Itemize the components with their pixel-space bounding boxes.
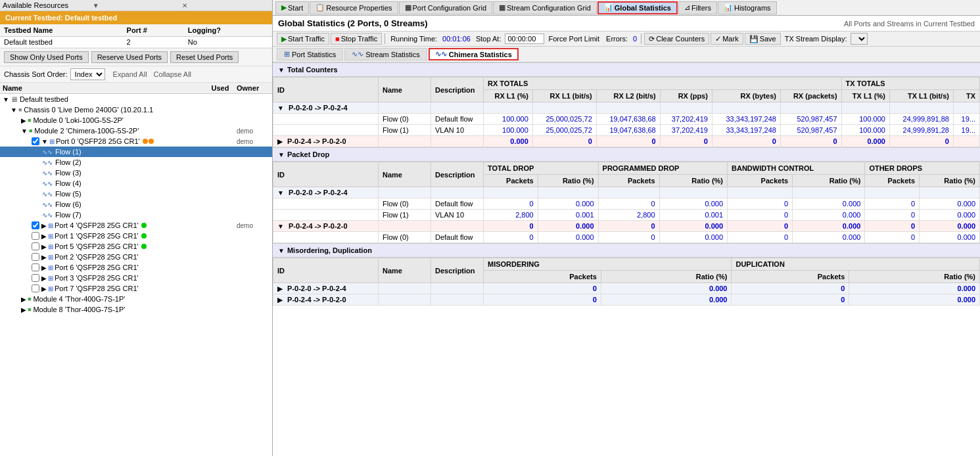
table-row[interactable]: Flow (0) Default flow 100.000 25,000,025… (273, 114, 980, 125)
tx-stream-display-select[interactable] (851, 33, 868, 45)
port3-checkbox[interactable] (32, 274, 39, 282)
nav-global-stats-button[interactable]: 📊 Global Statistics (597, 1, 678, 14)
table-row[interactable]: ▼ P-0-2-0 -> P-0-2-4 (273, 187, 980, 198)
chassis-sort-select[interactable]: Index (70, 68, 105, 80)
tree-module0[interactable]: ▶ ■ Module 0 'Loki-100G-5S-2P' (0, 115, 272, 125)
show-used-ports-button[interactable]: Show Only Used Ports (4, 51, 89, 63)
port3-arrow[interactable]: ▶ (41, 275, 47, 282)
tree-flow5[interactable]: ∿∿ Flow (5) (0, 189, 272, 199)
port0-arrow[interactable]: ▼ (41, 138, 48, 145)
nav-histograms-button[interactable]: 📊 Histograms (718, 1, 777, 14)
module8-arrow[interactable]: ▶ (21, 306, 26, 313)
port7-arrow[interactable]: ▶ (41, 285, 47, 292)
nav-port-config-grid-button[interactable]: ▦ Port Configuration Grid (399, 1, 493, 14)
tree-module2[interactable]: ▼ ■ Module 2 'Chimera-100G-5S-2P' demo (0, 125, 272, 136)
port5-checkbox[interactable] (32, 242, 39, 250)
tc-tx-totals-header: TX TOTALS (841, 78, 979, 90)
packet-drop-section-header[interactable]: ▼ Packet Drop (273, 147, 980, 162)
tree-port0[interactable]: ▼ ⊞ Port 0 'QSFP28 25G CR1' demo (0, 136, 272, 147)
port7-checkbox[interactable] (32, 285, 39, 292)
port2-arrow[interactable]: ▶ (41, 254, 47, 261)
nav-start-button[interactable]: ▶ Start (275, 1, 309, 14)
packet-drop-arrow[interactable]: ▼ (278, 151, 285, 158)
tree-port5[interactable]: ▶ ⊞ Port 5 'QSFP28 25G CR1' (0, 241, 272, 252)
tc-s2-rx-pps: 37,202,419 (660, 125, 712, 136)
group2-expand-icon[interactable]: ▶ (277, 138, 283, 145)
port0-checkbox[interactable] (32, 137, 39, 145)
misordering-arrow[interactable]: ▼ (278, 247, 285, 254)
port-config-icon: ▦ (405, 3, 411, 12)
tree-flow2[interactable]: ∿∿ Flow (2) (0, 157, 272, 168)
pd-g2-expand[interactable]: ▼ (277, 223, 284, 230)
nav-resource-properties-button[interactable]: 📋 Resource Properties (310, 1, 398, 14)
mo-g1-d-pkts: 0 (732, 283, 849, 294)
mo-g1-desc (431, 283, 484, 294)
module4-arrow[interactable]: ▶ (21, 296, 26, 303)
total-counters-section-header[interactable]: ▼ Total Counters (273, 62, 980, 77)
port1-arrow[interactable]: ▶ (41, 233, 47, 240)
tab-chimera-statistics[interactable]: ∿∿ Chimera Statistics (429, 48, 519, 60)
table-row[interactable]: ▶ P-0-2-0 -> P-0-2-4 0 0.000 0 0.000 (273, 283, 980, 294)
tree-flow4[interactable]: ∿∿ Flow (4) (0, 178, 272, 189)
testbed-arrow[interactable]: ▼ (3, 96, 9, 103)
port1-checkbox[interactable] (32, 232, 39, 240)
module2-arrow[interactable]: ▼ (21, 127, 28, 135)
tab-port-statistics[interactable]: ⊞ Port Statistics (277, 48, 343, 60)
reset-used-ports-button[interactable]: Reset Used Ports (170, 51, 239, 63)
tree-flow3[interactable]: ∿∿ Flow (3) (0, 168, 272, 178)
expand-all-btn[interactable]: Expand All (113, 70, 147, 78)
tree-port7[interactable]: ▶ ⊞ Port 7 'QSFP28 25G CR1' (0, 283, 272, 294)
port2-checkbox[interactable] (32, 253, 39, 261)
stop-at-input[interactable] (505, 34, 544, 44)
table-row[interactable]: ▼ P-0-2-4 -> P-0-2-0 0 0.000 0 0.000 0 0… (273, 221, 980, 232)
mo-g2-expand[interactable]: ▶ (277, 296, 283, 304)
table-row[interactable]: Flow (1) VLAN 10 2,800 0.001 2,800 0.001… (273, 210, 980, 221)
tree-flow6[interactable]: ∿∿ Flow (6) (0, 199, 272, 210)
save-button[interactable]: 💾 Save (745, 33, 781, 45)
pd-g1-expand[interactable]: ▼ (277, 189, 284, 196)
port1-label: Port 1 'QSFP28 25G CR1' (55, 232, 139, 240)
tree-port4[interactable]: ▶ ⊞ Port 4 'QSFP28 25G CR1' demo (0, 220, 272, 231)
tree-testbed[interactable]: ▼ 🖥 Default testbed (0, 94, 272, 104)
port4-arrow[interactable]: ▶ (41, 222, 47, 229)
table-row[interactable]: Flow (1) VLAN 10 100.000 25,000,025,72 1… (273, 125, 980, 136)
table-row[interactable]: ▼ P-0-2-0 -> P-0-2-4 (273, 103, 980, 114)
tree-port3[interactable]: ▶ ⊞ Port 3 'QSFP28 25G CR1' (0, 273, 272, 283)
mo-g1-expand[interactable]: ▶ (277, 285, 283, 292)
chassis-arrow[interactable]: ▼ (11, 106, 17, 114)
group1-expand-icon[interactable]: ▼ (277, 104, 284, 112)
collapse-all-btn[interactable]: Collapse All (154, 70, 191, 78)
nav-filters-button[interactable]: ⊿ Filters (678, 1, 717, 14)
table-row[interactable]: ▶ P-0-2-4 -> P-0-2-0 0.000 0 0 0 0 0 0.0… (273, 136, 980, 147)
tree-port2[interactable]: ▶ ⊞ Port 2 'QSFP28 25G CR1' (0, 252, 272, 262)
close-icon[interactable]: ✕ (182, 2, 269, 9)
mark-button[interactable]: ✓ Mark (711, 33, 743, 45)
start-traffic-button[interactable]: ▶ Start Traffic (277, 33, 329, 45)
nav-stream-config-grid-button[interactable]: ▦ Stream Configuration Grid (493, 1, 597, 14)
tree-module8[interactable]: ▶ ■ Module 8 'Thor-400G-7S-1P' (0, 304, 272, 315)
tree-flow7[interactable]: ∿∿ Flow (7) (0, 210, 272, 220)
tab-stream-statistics[interactable]: ∿∿ Stream Statistics (344, 48, 427, 60)
module0-arrow[interactable]: ▶ (21, 117, 26, 124)
table-row[interactable]: Flow (0) Default flow 0 0.000 0 0.000 0 … (273, 232, 980, 243)
port4-checkbox[interactable] (32, 221, 39, 229)
minimize-icon[interactable]: ▼ (93, 2, 180, 9)
reserve-used-ports-button[interactable]: Reserve Used Ports (91, 51, 168, 63)
tree-chassis[interactable]: ▼ ■ Chassis 0 'Live Demo 2400G' (10.20.1… (0, 104, 272, 115)
total-counters-arrow[interactable]: ▼ (278, 66, 285, 74)
port6-arrow[interactable]: ▶ (41, 264, 47, 271)
table-row[interactable]: Flow (0) Default flow 0 0.000 0 0.000 0 … (273, 198, 980, 210)
tree-port1[interactable]: ▶ ⊞ Port 1 'QSFP28 25G CR1' (0, 231, 272, 241)
tree-module4[interactable]: ▶ ■ Module 4 'Thor-400G-7S-1P' (0, 294, 272, 304)
tree-flow1[interactable]: ∿∿ Flow (1) (0, 147, 272, 157)
stop-traffic-button[interactable]: ■ Stop Traffic (331, 33, 382, 45)
table-row[interactable]: ▶ P-0-2-4 -> P-0-2-0 0 0.000 0 0.000 (273, 294, 980, 306)
packet-drop-title: Packet Drop (287, 150, 329, 158)
tree-port6[interactable]: ▶ ⊞ Port 6 'QSFP28 25G CR1' (0, 262, 272, 273)
start-icon: ▶ (281, 3, 287, 12)
clear-counters-button[interactable]: ⟳ Clear Counters (644, 33, 709, 45)
port5-arrow[interactable]: ▶ (41, 243, 47, 250)
port6-checkbox[interactable] (32, 263, 39, 271)
misordering-section-header[interactable]: ▼ Misordering, Duplication (273, 243, 980, 258)
filters-icon: ⊿ (684, 3, 690, 12)
